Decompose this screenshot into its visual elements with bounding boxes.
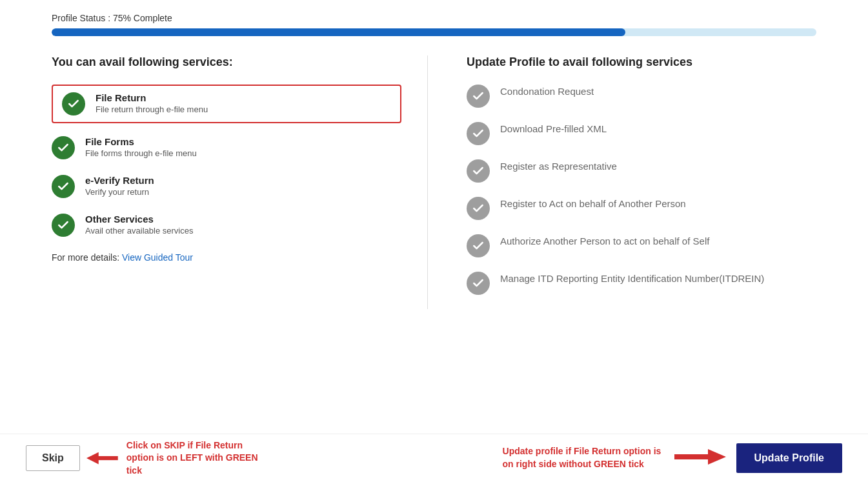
right-panel-title: Update Profile to avail following servic… <box>467 55 816 69</box>
service-desc-other-services: Avail other available services <box>85 226 193 236</box>
svg-marker-3 <box>708 449 726 465</box>
check-icon-gray-itdrein <box>467 272 490 295</box>
check-icon-gray-act-behalf <box>467 197 490 220</box>
service-desc-file-forms: File forms through e-file menu <box>85 148 197 158</box>
check-icon-green-other-services <box>52 214 75 237</box>
check-icon-green-file-forms <box>52 136 75 159</box>
left-panel-title: You can avail following services: <box>52 55 401 69</box>
service-item-other-services: Other Services Avail other available ser… <box>52 214 401 237</box>
service-desc-e-verify: Verify your return <box>85 187 154 197</box>
left-panel: You can avail following services: File R… <box>52 55 428 309</box>
right-service-item-condonation: Condonation Request <box>467 85 816 108</box>
right-service-item-authorize: Authorize Another Person to act on behal… <box>467 234 816 257</box>
right-panel: Update Profile to avail following servic… <box>428 55 816 309</box>
view-guided-tour-link[interactable]: View Guided Tour <box>122 252 193 263</box>
progress-bar-fill <box>52 28 625 36</box>
right-service-name-act-behalf: Register to Act on behalf of Another Per… <box>500 197 686 210</box>
right-service-item-xml: Download Pre-filled XML <box>467 122 816 145</box>
svg-rect-2 <box>674 454 711 459</box>
service-name-e-verify: e-Verify Return <box>85 175 154 186</box>
service-item-file-forms: File Forms File forms through e-file men… <box>52 136 401 159</box>
update-profile-button[interactable]: Update Profile <box>736 443 842 473</box>
service-desc-file-return: File return through e-file menu <box>96 105 208 114</box>
update-instruction-text: Update profile if File Return option is … <box>503 445 664 470</box>
check-icon-gray-condonation <box>467 85 490 108</box>
bottom-bar: Skip Click on SKIP if File Return option… <box>0 434 868 482</box>
more-details: For more details: View Guided Tour <box>52 252 401 263</box>
progress-bar-container <box>52 28 816 36</box>
check-icon-green-e-verify <box>52 175 75 198</box>
right-service-name-itdrein: Manage ITD Reporting Entity Identificati… <box>500 272 764 285</box>
right-arrow-icon <box>674 444 726 472</box>
right-service-name-authorize: Authorize Another Person to act on behal… <box>500 234 709 248</box>
right-service-name-representative: Register as Representative <box>500 159 617 173</box>
svg-rect-1 <box>97 456 117 460</box>
check-icon-gray-representative <box>467 159 490 183</box>
right-service-name-xml: Download Pre-filled XML <box>500 122 607 136</box>
right-service-item-act-behalf: Register to Act on behalf of Another Per… <box>467 197 816 220</box>
right-service-name-condonation: Condonation Request <box>500 85 594 98</box>
service-item-file-return: File Return File return through e-file m… <box>52 85 401 123</box>
skip-instruction-text: Click on SKIP if File Return option is o… <box>126 439 268 477</box>
service-name-other-services: Other Services <box>85 214 193 225</box>
check-icon-gray-authorize <box>467 234 490 257</box>
svg-marker-0 <box>86 452 99 465</box>
right-service-item-itdrein: Manage ITD Reporting Entity Identificati… <box>467 272 816 295</box>
check-icon-gray-xml <box>467 122 490 145</box>
right-instruction-area: Update profile if File Return option is … <box>503 443 842 473</box>
service-name-file-forms: File Forms <box>85 136 197 147</box>
service-name-file-return: File Return <box>96 92 208 103</box>
check-icon-green-file-return <box>62 92 85 115</box>
service-item-e-verify: e-Verify Return Verify your return <box>52 175 401 198</box>
left-arrow-icon <box>86 448 119 468</box>
profile-status-label: Profile Status : 75% Complete <box>52 13 816 23</box>
skip-button[interactable]: Skip <box>26 445 80 471</box>
right-service-item-representative: Register as Representative <box>467 159 816 183</box>
